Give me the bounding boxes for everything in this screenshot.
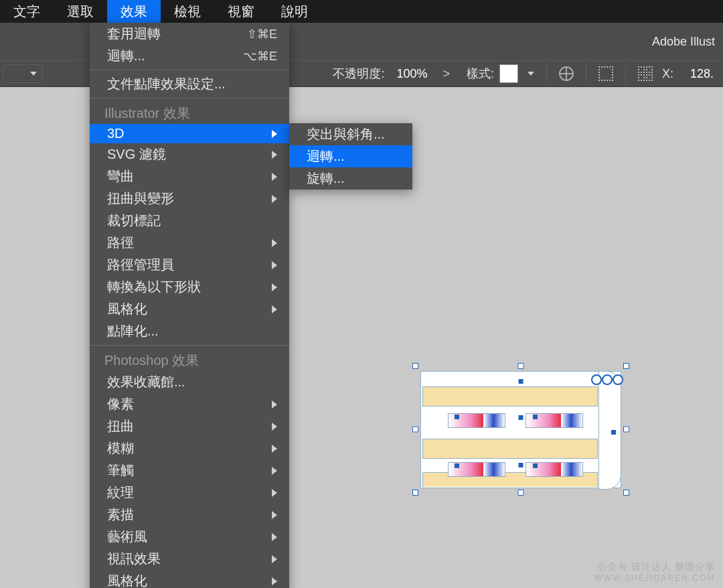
menu-help[interactable]: 說明 — [268, 0, 321, 23]
photoshop-section-label: Photoshop 效果 — [90, 348, 289, 371]
style-swatch[interactable] — [499, 64, 518, 83]
submenu-arrow-icon — [272, 489, 277, 497]
anchor-point[interactable] — [519, 463, 524, 467]
menu-pathfinder[interactable]: 路徑管理員 — [90, 254, 289, 276]
live-corner-widget[interactable] — [602, 374, 613, 385]
menu-path[interactable]: 路徑 — [90, 232, 289, 254]
app-title: Adobe Illust — [652, 35, 715, 49]
menu-window[interactable]: 視窗 — [214, 0, 268, 23]
opacity-value[interactable]: 100% — [390, 64, 434, 83]
selection-handle[interactable] — [412, 490, 418, 496]
submenu-arrow-icon — [272, 533, 277, 541]
menu-last-effect[interactable]: 迴轉... ⌥⌘E — [90, 45, 289, 67]
divider — [546, 64, 547, 84]
anchor-point[interactable] — [455, 463, 459, 468]
submenu-arrow-icon — [272, 555, 277, 563]
submenu-arrow-icon — [272, 283, 277, 291]
menu-text[interactable]: 文字 — [0, 0, 54, 23]
selection-handle[interactable] — [518, 490, 524, 496]
selection-handle[interactable] — [623, 363, 629, 369]
anchor-point[interactable] — [519, 415, 524, 420]
menu-brush-strokes[interactable]: 筆觸 — [90, 459, 289, 482]
illustrator-section-label: Illustrator 效果 — [90, 101, 289, 124]
menu-apply-effect[interactable]: 套用迴轉 ⇧⌘E — [90, 23, 289, 45]
style-label: 樣式: — [467, 66, 494, 82]
anchor-point[interactable] — [611, 430, 616, 435]
menu-svg-filter[interactable]: SVG 濾鏡 — [90, 143, 289, 165]
menu-sketch[interactable]: 素描 — [90, 504, 289, 526]
opacity-label: 不透明度: — [333, 66, 384, 82]
transform-icon[interactable] — [638, 66, 653, 81]
submenu-arrow-icon — [272, 173, 277, 181]
effect-menu-dropdown: 套用迴轉 ⇧⌘E 迴轉... ⌥⌘E 文件點陣效果設定... Illustrat… — [90, 23, 289, 588]
menu-separator — [90, 70, 289, 70]
submenu-arrow-icon — [272, 511, 277, 519]
anchor-point[interactable] — [455, 415, 459, 419]
menu-separator — [90, 345, 289, 346]
divider — [586, 64, 586, 84]
menu-pixelate[interactable]: 像素 — [90, 393, 289, 415]
submenu-arrow-icon — [272, 423, 277, 431]
menu-effect-gallery[interactable]: 效果收藏館... — [90, 371, 289, 393]
submenu-arrow-icon — [272, 239, 277, 247]
submenu-arrow-icon — [272, 467, 277, 475]
menu-effect[interactable]: 效果 — [107, 0, 161, 23]
selection-handle[interactable] — [623, 490, 629, 496]
chevron-down-icon[interactable] — [528, 72, 534, 76]
3d-submenu: 突出與斜角... 迴轉... 旋轉... — [289, 123, 412, 190]
menu-warp[interactable]: 彎曲 — [90, 165, 289, 188]
submenu-arrow-icon — [272, 261, 277, 269]
menu-distort-transform[interactable]: 扭曲與變形 — [90, 188, 289, 210]
anchor-point[interactable] — [533, 463, 538, 468]
menubar: 文字 選取 效果 檢視 視窗 說明 — [0, 0, 723, 23]
selection-handle[interactable] — [412, 427, 418, 433]
menu-raster-settings[interactable]: 文件點陣效果設定... — [90, 73, 289, 95]
x-value-field[interactable]: 128. — [683, 64, 716, 83]
menu-distort-ps[interactable]: 扭曲 — [90, 415, 289, 437]
stroke-color-dropdown[interactable] — [3, 64, 43, 83]
watermark: 公众号 设计达人 整理分享 WWW.SHEJIDAREN.COM — [594, 561, 715, 583]
submenu-arrow-icon — [272, 400, 277, 409]
menu-3d[interactable]: 3D — [90, 124, 289, 143]
selection-bounding-box[interactable] — [415, 366, 627, 493]
selection-handle[interactable] — [623, 427, 629, 433]
live-corner-widget[interactable] — [613, 374, 623, 385]
submenu-arrow-icon — [272, 195, 277, 203]
menu-stylize-ai[interactable]: 風格化 — [90, 298, 289, 320]
submenu-arrow-icon — [272, 305, 277, 313]
menu-blur[interactable]: 模糊 — [90, 437, 289, 459]
submenu-arrow-icon — [272, 577, 277, 585]
menu-convert-shape[interactable]: 轉換為以下形狀 — [90, 276, 289, 298]
menu-select[interactable]: 選取 — [54, 0, 107, 23]
anchor-point[interactable] — [519, 379, 524, 384]
submenu-arrow-icon — [272, 445, 277, 453]
menu-crop-marks[interactable]: 裁切標記 — [90, 210, 289, 232]
anchor-point[interactable] — [533, 415, 538, 419]
chevron-down-icon — [30, 72, 37, 76]
menu-view[interactable]: 檢視 — [161, 0, 214, 23]
menu-rasterize[interactable]: 點陣化... — [90, 320, 289, 342]
align-selection-icon[interactable] — [598, 66, 613, 81]
menu-revolve[interactable]: 迴轉... — [289, 145, 412, 167]
menu-extrude-bevel[interactable]: 突出與斜角... — [289, 123, 412, 145]
recolor-icon[interactable] — [559, 66, 574, 81]
x-label: X: — [662, 67, 673, 81]
opacity-more-button[interactable]: > — [439, 67, 453, 81]
selection-handle[interactable] — [518, 363, 524, 369]
menu-rotate[interactable]: 旋轉... — [289, 167, 412, 190]
menu-separator — [90, 98, 289, 98]
menu-stylize-ps[interactable]: 風格化 — [90, 570, 289, 588]
divider — [625, 64, 626, 84]
menu-texture[interactable]: 紋理 — [90, 482, 289, 504]
menu-artistic[interactable]: 藝術風 — [90, 526, 289, 548]
submenu-arrow-icon — [272, 151, 277, 159]
selection-handle[interactable] — [412, 363, 418, 369]
menu-video[interactable]: 視訊效果 — [90, 548, 289, 570]
artwork-cake — [420, 371, 621, 488]
live-corner-widget[interactable] — [591, 374, 602, 385]
submenu-arrow-icon — [272, 130, 277, 138]
